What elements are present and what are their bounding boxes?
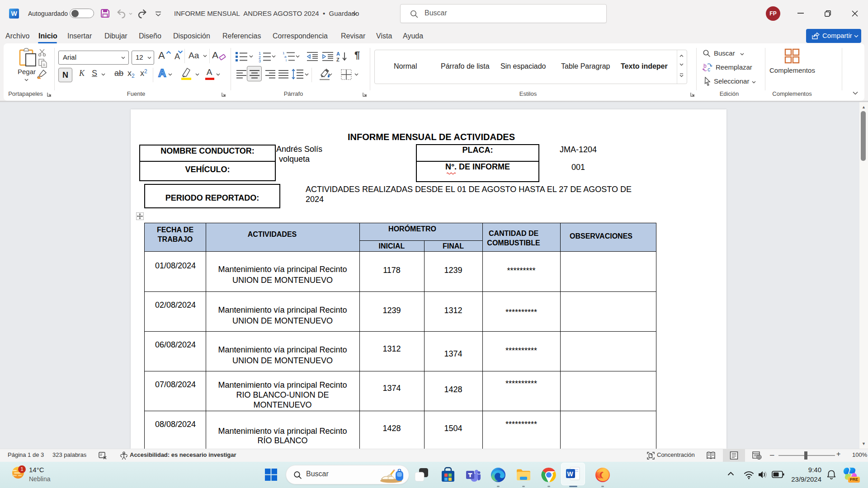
svg-text:3: 3 [259,59,261,62]
svg-text:A: A [336,51,340,56]
svg-text:b: b [703,63,707,69]
svg-text:W: W [567,470,574,478]
svg-text:c: c [708,66,710,73]
svg-text:i: i [286,58,287,62]
svg-text:Z: Z [336,57,340,62]
